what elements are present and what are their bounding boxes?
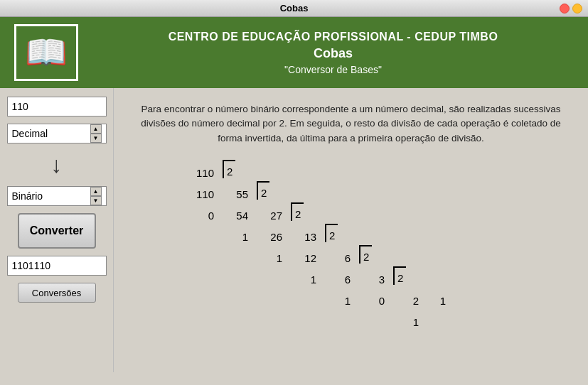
cell: 1 (393, 317, 419, 327)
to-base-down[interactable]: ▼ (90, 196, 102, 205)
bracket: 2 (223, 160, 241, 178)
from-base-up[interactable]: ▲ (90, 124, 102, 134)
cell: 3 (359, 274, 385, 285)
book-icon: 📖 (25, 36, 68, 70)
logo-box: 📖 (14, 24, 78, 81)
cell: 0 (188, 210, 214, 221)
cell: 110 (188, 168, 214, 178)
from-base-select[interactable]: Decimal ▲ ▼ (7, 124, 107, 143)
bracket: 2 (359, 245, 378, 264)
from-base-down[interactable]: ▼ (90, 134, 102, 143)
cell: 26 (257, 232, 282, 242)
conversoes-button[interactable]: Conversões (18, 283, 96, 303)
content-area: Para encontrar o número binário correspo… (114, 88, 588, 372)
bracket: 2 (325, 224, 343, 242)
cell: 1 (223, 232, 248, 242)
description-text: Para encontrar o número binário correspo… (132, 102, 570, 146)
number-input[interactable] (7, 97, 107, 116)
app-name: Cobas (92, 46, 574, 61)
cell: 1 (325, 295, 351, 306)
minimize-button[interactable] (572, 4, 582, 13)
cell: 1 (427, 295, 446, 306)
window-controls (560, 4, 582, 13)
app-subtitle: "Conversor de Bases" (92, 64, 574, 75)
result-input[interactable] (7, 256, 107, 276)
convert-button[interactable]: Converter (18, 213, 96, 249)
bracket: 2 (291, 202, 309, 221)
sidebar: Decimal ▲ ▼ ↓ Binário ▲ ▼ Converter Conv… (0, 88, 114, 372)
cell: 55 (223, 189, 248, 200)
to-base-select[interactable]: Binário ▲ ▼ (7, 186, 107, 206)
cell: 0 (359, 295, 385, 306)
cell: 13 (291, 232, 316, 242)
close-button[interactable] (560, 4, 570, 13)
to-base-label: Binário (12, 190, 90, 202)
bracket: 2 (257, 181, 275, 200)
cell: 1 (291, 274, 316, 285)
cell: 2 (393, 295, 419, 306)
cell: 6 (325, 274, 351, 285)
to-base-spinner[interactable]: ▲ ▼ (90, 187, 102, 205)
main-layout: Decimal ▲ ▼ ↓ Binário ▲ ▼ Converter Conv… (0, 88, 588, 372)
cell: 54 (223, 210, 248, 221)
arrow-down-icon: ↓ (51, 153, 63, 176)
cell: 12 (291, 253, 316, 264)
header-text: CENTRO DE EDUCAÇÃO PROFISSIONAL - CEDUP … (92, 31, 574, 75)
from-base-label: Decimal (12, 128, 90, 139)
cell: 6 (325, 253, 351, 264)
division-diagram: 110 2 110 55 2 (188, 160, 570, 327)
to-base-up[interactable]: ▲ (90, 187, 102, 196)
cell: 110 (188, 189, 214, 200)
app-header: 📖 CENTRO DE EDUCAÇÃO PROFISSIONAL - CEDU… (0, 17, 588, 88)
window-title: Cobas (280, 3, 309, 13)
institution-name: CENTRO DE EDUCAÇÃO PROFISSIONAL - CEDUP … (92, 31, 574, 43)
bracket: 2 (393, 266, 412, 285)
cell: 1 (257, 253, 282, 264)
from-base-spinner[interactable]: ▲ ▼ (90, 124, 102, 143)
cell: 27 (257, 210, 282, 221)
title-bar: Cobas (0, 0, 588, 17)
